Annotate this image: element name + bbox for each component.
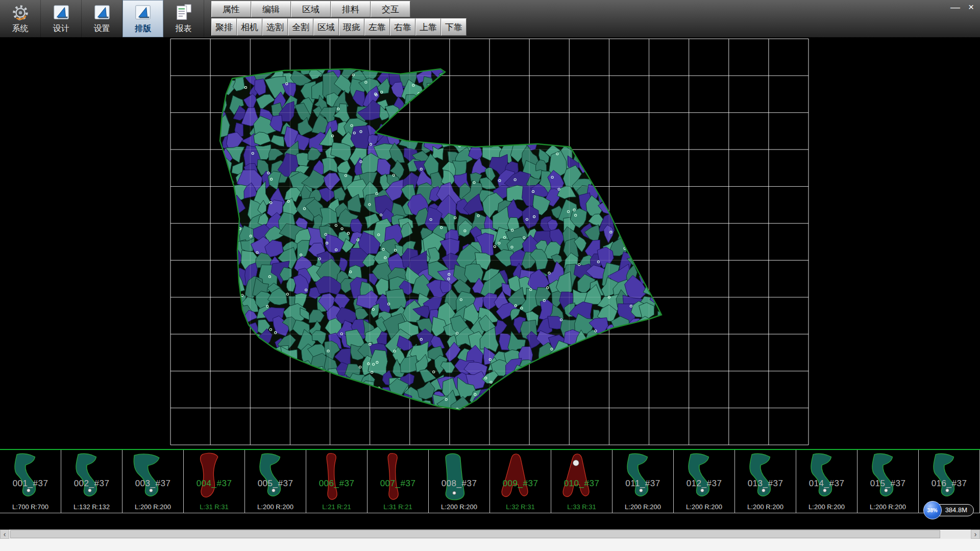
nesting-canvas[interactable] (0, 38, 980, 449)
piece-id-label: 004_#37 (184, 479, 244, 489)
bottom-band (0, 539, 980, 551)
piece-id-label: 001_#37 (0, 479, 61, 489)
piece-id-label: 009_#37 (490, 479, 551, 489)
menu-tab-region[interactable]: 区域 (291, 1, 331, 17)
piece-lr-label: L:200 R:200 (612, 503, 673, 511)
toolbar-button-report[interactable]: 报表 (163, 0, 204, 37)
memory-usage-indicator: 38% 384.8M (923, 501, 974, 519)
piece-lr-label: L:32 R:31 (490, 503, 551, 511)
piece-thumbnail-004_#37[interactable]: 004_#37L:31 R:31 (184, 450, 245, 513)
toolbar-button-layout[interactable]: 排版 (122, 0, 163, 37)
tool-button-select-cut[interactable]: 选割 (262, 18, 288, 36)
piece-shape (678, 451, 721, 504)
piece-id-label: 015_#37 (857, 479, 918, 489)
piece-lr-label: L:33 R:31 (551, 503, 612, 511)
piece-thumbnail-003_#37[interactable]: 003_#37L:200 R:200 (122, 450, 184, 513)
piece-id-label: 010_#37 (551, 479, 612, 489)
toolbar-button-label: 报表 (176, 23, 192, 34)
piece-id-label: 002_#37 (61, 479, 122, 489)
design-icon (52, 3, 71, 22)
piece-shape (555, 451, 598, 504)
report-icon (174, 3, 193, 22)
tool-button-align-top[interactable]: 上靠 (415, 18, 441, 36)
toolbar-button-design[interactable]: 设计 (41, 0, 82, 37)
tool-button-align-right[interactable]: 右靠 (390, 18, 415, 36)
piece-thumbnail-005_#37[interactable]: 005_#37L:200 R:200 (245, 450, 306, 513)
canvas-drawing (0, 38, 980, 449)
piece-lr-label: L:200 R:200 (122, 503, 183, 511)
piece-lr-label: L:132 R:132 (61, 503, 122, 511)
tool-button-align-left[interactable]: 左靠 (364, 18, 390, 36)
piece-id-label: 016_#37 (919, 479, 979, 489)
tool-button-row: 聚排相机选割全割区域瑕疵左靠右靠上靠下靠 (211, 18, 467, 36)
piece-lr-label: L:200 R:200 (674, 503, 734, 511)
piece-thumbnail-007_#37[interactable]: 007_#37L:31 R:21 (368, 450, 429, 513)
toolbar-button-label: 设置 (94, 23, 110, 34)
piece-shape (65, 451, 108, 504)
toolbar-button-label: 设计 (53, 23, 69, 34)
thumbnail-cells: 001_#37L:700 R:700002_#37L:132 R:132003_… (0, 450, 980, 513)
piece-shape (494, 451, 537, 504)
piece-lr-label: L:200 R:200 (796, 503, 857, 511)
tool-button-align-bottom[interactable]: 下靠 (441, 18, 467, 36)
menu-tab-nesting[interactable]: 排料 (331, 1, 371, 17)
piece-thumbnail-013_#37[interactable]: 013_#37L:200 R:200 (735, 450, 796, 513)
tool-button-camera[interactable]: 相机 (237, 18, 262, 36)
main-toolbar: 系统设计设置排版报表 (0, 0, 204, 37)
scrollbar-track[interactable] (9, 530, 971, 539)
piece-thumbnail-011_#37[interactable]: 011_#37L:200 R:200 (612, 450, 674, 513)
menu-cluster: 属性编辑区域排料交互 聚排相机选割全割区域瑕疵左靠右靠上靠下靠 (211, 0, 467, 37)
piece-id-label: 003_#37 (122, 479, 183, 489)
piece-lr-label: L:700 R:700 (0, 503, 61, 511)
tool-button-cut-all[interactable]: 全割 (288, 18, 313, 36)
piece-id-label: 011_#37 (612, 479, 673, 489)
toolbar-button-label: 排版 (135, 23, 151, 34)
piece-shape (923, 451, 966, 504)
piece-lr-label: L:31 R:21 (368, 503, 428, 511)
application-window: 系统设计设置排版报表 属性编辑区域排料交互 聚排相机选割全割区域瑕疵左靠右靠上靠… (0, 0, 980, 551)
piece-thumbnail-010_#37[interactable]: 010_#37L:33 R:31 (551, 450, 612, 513)
piece-shape (617, 451, 659, 504)
piece-thumbnail-009_#37[interactable]: 009_#37L:32 R:31 (490, 450, 551, 513)
piece-shape (310, 451, 353, 504)
piece-thumbnail-014_#37[interactable]: 014_#37L:200 R:200 (796, 450, 857, 513)
piece-thumbnail-002_#37[interactable]: 002_#37L:132 R:132 (61, 450, 122, 513)
settings-icon (92, 3, 112, 22)
piece-thumbnail-012_#37[interactable]: 012_#37L:200 R:200 (674, 450, 735, 513)
scroll-right-arrow[interactable]: › (971, 530, 980, 539)
tool-button-region[interactable]: 区域 (313, 18, 339, 36)
menu-tab-properties[interactable]: 属性 (211, 1, 251, 17)
piece-thumbnail-015_#37[interactable]: 015_#37L:200 R:200 (857, 450, 919, 513)
ribbon: 系统设计设置排版报表 属性编辑区域排料交互 聚排相机选割全割区域瑕疵左靠右靠上靠… (0, 0, 980, 38)
scrollbar-thumb[interactable] (10, 530, 940, 538)
piece-shape (249, 451, 292, 504)
piece-lr-label: L:200 R:200 (735, 503, 796, 511)
layout-icon (133, 3, 153, 22)
piece-id-label: 008_#37 (429, 479, 489, 489)
scroll-left-arrow[interactable]: ‹ (0, 530, 9, 539)
piece-shape (433, 451, 476, 504)
piece-lr-label: L:21 R:21 (306, 503, 367, 511)
piece-lr-label: L:31 R:31 (184, 503, 244, 511)
horizontal-scrollbar[interactable]: ‹ › (0, 530, 980, 539)
bottom-gap (0, 513, 980, 530)
piece-shape (800, 451, 843, 504)
piece-id-label: 012_#37 (674, 479, 734, 489)
menu-tab-edit[interactable]: 编辑 (251, 1, 291, 17)
piece-id-label: 013_#37 (735, 479, 796, 489)
piece-shape (739, 451, 782, 504)
piece-id-label: 005_#37 (245, 479, 306, 489)
tool-button-cluster-nest[interactable]: 聚排 (211, 18, 237, 36)
piece-thumbnail-008_#37[interactable]: 008_#37L:200 R:200 (429, 450, 490, 513)
piece-id-label: 007_#37 (368, 479, 428, 489)
piece-thumbnail-006_#37[interactable]: 006_#37L:21 R:21 (306, 450, 368, 513)
tool-button-defect[interactable]: 瑕疵 (339, 18, 364, 36)
toolbar-button-system[interactable]: 系统 (0, 0, 41, 37)
toolbar-button-settings[interactable]: 设置 (82, 0, 122, 37)
close-button[interactable]: × (968, 2, 974, 12)
piece-thumbnail-001_#37[interactable]: 001_#37L:700 R:700 (0, 450, 61, 513)
piece-id-label: 006_#37 (306, 479, 367, 489)
minimize-button[interactable]: — (950, 2, 960, 12)
piece-lr-label: L:200 R:200 (857, 503, 918, 511)
menu-tab-interact[interactable]: 交互 (371, 1, 410, 17)
